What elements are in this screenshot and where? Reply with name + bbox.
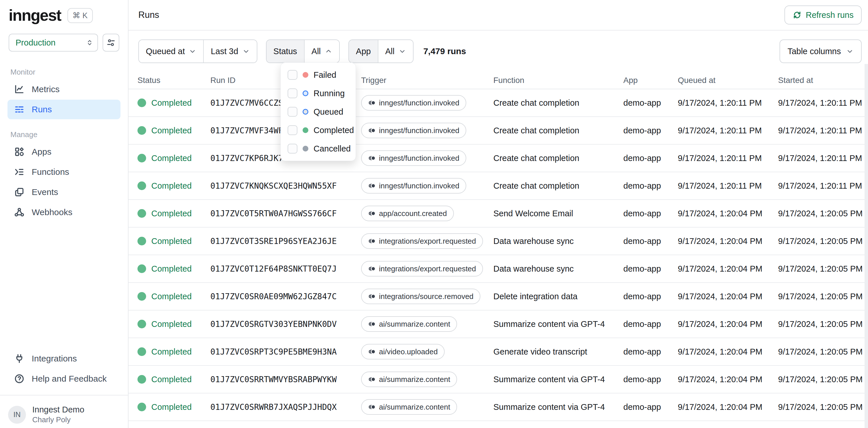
- sidebar-item-metrics[interactable]: Metrics: [7, 79, 120, 99]
- status-option-label: Completed: [314, 126, 354, 135]
- trigger-event-name: integrations/export.requested: [379, 237, 476, 246]
- completed-status-dot: [137, 320, 146, 328]
- sidebar-item-events[interactable]: Events: [7, 182, 120, 202]
- trigger-badge: ai/summarize.content: [361, 399, 457, 415]
- table-row[interactable]: Completed 01J7ZVC0T3SRE1P96SYEA2J6JE int…: [128, 228, 868, 255]
- sidebar-item-functions[interactable]: Functions: [7, 162, 120, 182]
- app-name: demo-app: [623, 181, 678, 191]
- help-question-icon: [14, 373, 25, 384]
- table-row[interactable]: Completed 01J7ZVC7MV6CCZS inngest/functi…: [128, 89, 868, 117]
- app-name: demo-app: [623, 98, 678, 108]
- started-at-time: 9/17/2024, 1:20:11 PM: [778, 181, 868, 191]
- page-header: Runs Refresh runs: [128, 0, 868, 31]
- time-range-dropdown[interactable]: Last 3d: [203, 40, 256, 63]
- status-option[interactable]: Running: [281, 84, 355, 102]
- run-status-cell: Completed: [137, 126, 210, 135]
- app-filter-group: App All: [348, 39, 413, 63]
- run-status-cell: Completed: [137, 320, 210, 329]
- run-status-cell: Completed: [137, 209, 210, 218]
- status-option-checkbox[interactable]: [288, 107, 298, 117]
- status-option-label: Failed: [314, 70, 336, 80]
- trigger-event-name: inngest/function.invoked: [379, 126, 459, 135]
- environment-select-value: Production: [16, 38, 56, 47]
- plug-icon: [14, 353, 25, 364]
- run-status-label: Completed: [151, 402, 192, 412]
- function-name: Send Welcome Email: [493, 209, 623, 218]
- run-status-label: Completed: [151, 320, 192, 329]
- filter-bar: Queued at Last 3d Status All: [128, 31, 868, 72]
- refresh-runs-button[interactable]: Refresh runs: [784, 5, 862, 25]
- chevron-down-icon: [399, 47, 406, 55]
- status-option[interactable]: Completed: [281, 121, 355, 139]
- refresh-icon: [793, 10, 802, 20]
- sidebar-item-label: Integrations: [32, 354, 77, 363]
- table-row[interactable]: Completed 01J7ZVC7KP6RJK74B1NP14PA6V inn…: [128, 144, 868, 172]
- table-row[interactable]: Completed 01J7ZVC0T12F64P8SNKTT0EQ7J int…: [128, 255, 868, 283]
- trigger-badge: integrations/export.requested: [361, 233, 483, 249]
- status-option-checkbox[interactable]: [288, 125, 298, 135]
- table-row[interactable]: Completed 01J7ZVC7KNQKSCXQE3HQWN55XF inn…: [128, 172, 868, 200]
- trigger-event-name: ai/summarize.content: [379, 403, 450, 411]
- status-option[interactable]: Queued: [281, 102, 355, 121]
- status-option[interactable]: Cancelled: [281, 139, 355, 158]
- status-option-checkbox[interactable]: [288, 144, 298, 154]
- event-pulse-icon: [368, 403, 375, 411]
- environment-select[interactable]: Production: [9, 34, 98, 52]
- started-at-time: 9/17/2024, 1:20:11 PM: [778, 98, 868, 108]
- app-filter-value: All: [385, 47, 395, 56]
- app-filter-dropdown[interactable]: All: [378, 40, 413, 63]
- completed-status-dot: [137, 237, 146, 245]
- queued-at-time: 9/17/2024, 1:20:11 PM: [678, 126, 778, 135]
- run-status-cell: Completed: [137, 264, 210, 274]
- completed-status-dot: [137, 375, 146, 384]
- main-content: Runs Refresh runs Queued at Last 3d: [128, 0, 868, 428]
- run-status-cell: Completed: [137, 154, 210, 163]
- trigger-cell: inngest/function.invoked: [361, 178, 493, 194]
- sidebar-item-apps[interactable]: Apps: [7, 142, 120, 162]
- queued-at-time: 9/17/2024, 1:20:11 PM: [678, 154, 778, 163]
- sidebar-item-integrations[interactable]: Integrations: [7, 349, 120, 368]
- user-menu[interactable]: IN Inngest Demo Charly Poly: [0, 395, 128, 428]
- vertical-scrollbar[interactable]: [865, 64, 868, 428]
- function-name: Data warehouse sync: [493, 264, 623, 274]
- table-row[interactable]: Completed 01J7ZVC0T5RTW0A7HGWSS766CF app…: [128, 200, 868, 228]
- status-option-checkbox[interactable]: [288, 89, 298, 98]
- started-at-time: 9/17/2024, 1:20:05 PM: [778, 264, 868, 274]
- status-option-checkbox[interactable]: [288, 70, 298, 80]
- command-k-shortcut-badge[interactable]: ⌘ K: [67, 8, 93, 23]
- started-at-time: 9/17/2024, 1:20:05 PM: [778, 209, 868, 218]
- run-status-label: Completed: [151, 264, 192, 274]
- table-row[interactable]: Completed 01J7ZVC0SRWRB7JXAQSPJJHDQX ai/…: [128, 393, 868, 421]
- apps-grid-icon: [14, 146, 25, 157]
- completed-status-dot: [137, 99, 146, 107]
- event-pulse-icon: [368, 154, 375, 162]
- sidebar-item-help-feedback[interactable]: Help and Feedback: [7, 369, 120, 389]
- trigger-event-name: ai/summarize.content: [379, 320, 450, 329]
- environment-filter-button[interactable]: [102, 34, 119, 52]
- status-filter-dropdown[interactable]: All: [304, 40, 339, 63]
- run-id: 01J7ZVC7KNQKSCXQE3HQWN55XF: [210, 181, 361, 191]
- table-row[interactable]: Completed 01J7ZVC7MVF34WF inngest/functi…: [128, 117, 868, 144]
- trigger-badge: ai/summarize.content: [361, 316, 457, 332]
- table-row[interactable]: Completed 01J7ZVC0SRRTWMVYBSRABPWYKW ai/…: [128, 366, 868, 393]
- sidebar-item-runs[interactable]: Runs: [7, 100, 120, 119]
- table-row[interactable]: Completed 01J7ZVC0SRGTV303YEBNPNK0DV ai/…: [128, 310, 868, 338]
- sidebar-item-label: Events: [32, 187, 58, 197]
- status-option-label: Queued: [314, 107, 343, 117]
- status-option[interactable]: Failed: [281, 66, 355, 84]
- started-at-time: 9/17/2024, 1:20:05 PM: [778, 320, 868, 329]
- app-name: demo-app: [623, 320, 678, 329]
- run-status-cell: Completed: [137, 375, 210, 384]
- table-row[interactable]: Completed 01J7ZVC0SRPT3C9PE5BME9H3NA ai/…: [128, 338, 868, 366]
- avatar: IN: [8, 406, 26, 424]
- table-row[interactable]: Completed 01J7ZVC0SR0AE09MW62JGZ847C int…: [128, 283, 868, 310]
- time-field-dropdown[interactable]: Queued at: [139, 40, 203, 63]
- column-header-queued-at: Queued at: [678, 76, 778, 85]
- event-pulse-icon: [368, 127, 375, 134]
- sidebar-item-webhooks[interactable]: Webhooks: [7, 202, 120, 222]
- run-status-cell: Completed: [137, 347, 210, 357]
- user-org: Charly Poly: [32, 415, 85, 425]
- table-columns-button[interactable]: Table columns: [779, 39, 862, 63]
- webhooks-nodes-icon: [14, 207, 25, 218]
- event-pulse-icon: [368, 265, 375, 272]
